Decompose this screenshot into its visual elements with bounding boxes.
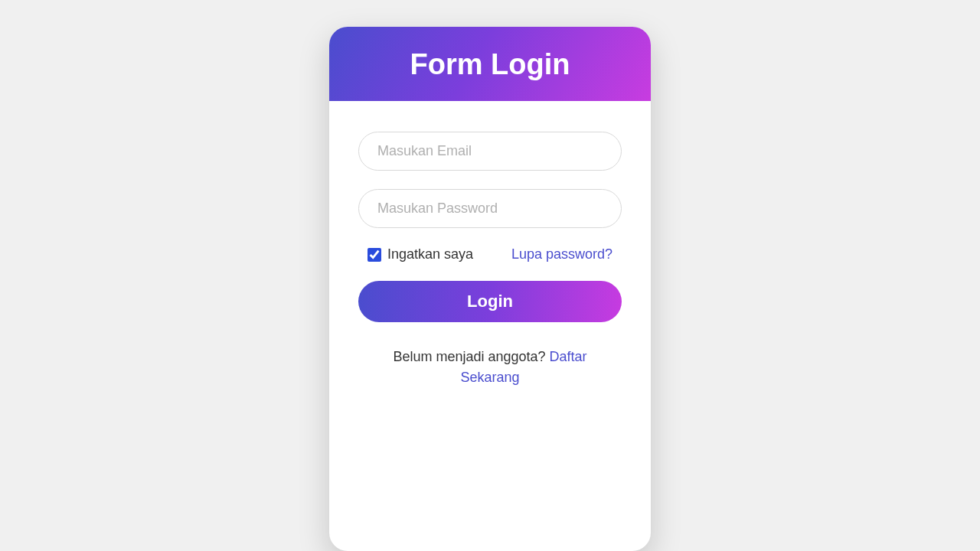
- forgot-password-link[interactable]: Lupa password?: [511, 246, 612, 262]
- remember-checkbox[interactable]: [368, 248, 381, 262]
- login-button[interactable]: Login: [358, 281, 622, 322]
- login-card: Form Login Ingatkan saya Lupa password? …: [329, 27, 651, 551]
- remember-me: Ingatkan saya: [368, 246, 473, 262]
- card-body: Ingatkan saya Lupa password? Login Belum…: [329, 101, 651, 420]
- password-field[interactable]: [358, 189, 622, 228]
- form-title: Form Login: [345, 48, 635, 81]
- signup-text: Belum menjadi anggota? Daftar Sekarang: [358, 347, 622, 388]
- email-field[interactable]: [358, 132, 622, 171]
- signup-prompt: Belum menjadi anggota?: [393, 349, 549, 364]
- remember-label[interactable]: Ingatkan saya: [387, 246, 473, 262]
- card-header: Form Login: [329, 27, 651, 101]
- options-row: Ingatkan saya Lupa password?: [358, 246, 622, 262]
